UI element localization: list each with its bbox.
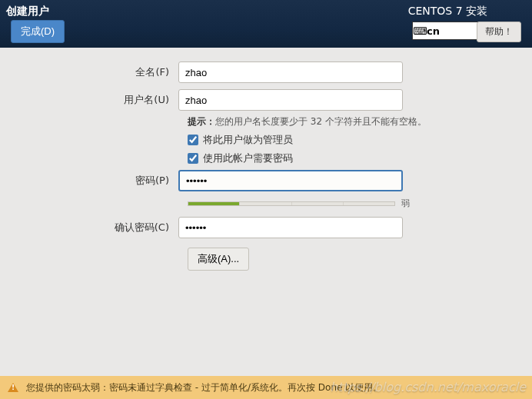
- require-password-checkbox-label: 使用此帐户需要密码: [203, 151, 293, 165]
- username-label: 用户名(U): [0, 93, 178, 107]
- admin-checkbox-label: 将此用户做为管理员: [203, 133, 293, 147]
- header-bar: 创建用户 CENTOS 7 安装 完成(D) ⌨ cn 帮助！: [0, 0, 532, 48]
- confirm-password-label: 确认密码(C): [0, 221, 178, 234]
- keyboard-layout-indicator[interactable]: ⌨ cn: [412, 22, 478, 40]
- warning-bar: 您提供的密码太弱：密码未通过字典检查 - 过于简单化/系统化。再次按 Done …: [0, 376, 532, 399]
- hint-text: 您的用户名长度要少于 32 个字符并且不能有空格。: [215, 116, 427, 127]
- advanced-button[interactable]: 高级(A)...: [188, 248, 249, 271]
- admin-checkbox-row[interactable]: 将此用户做为管理员: [188, 133, 532, 147]
- installer-title: CENTOS 7 安装: [408, 5, 487, 18]
- help-button[interactable]: 帮助！: [477, 22, 521, 42]
- keyboard-icon: ⌨: [413, 25, 427, 37]
- require-password-checkbox[interactable]: [188, 153, 198, 164]
- strength-text: 弱: [401, 198, 410, 209]
- form-area: 全名(F) 用户名(U) 提示：您的用户名长度要少于 32 个字符并且不能有空格…: [0, 48, 532, 271]
- hint-prefix: 提示：: [188, 116, 215, 127]
- confirm-password-input[interactable]: [178, 217, 403, 238]
- warning-icon: [8, 383, 18, 392]
- strength-bar: [188, 201, 395, 206]
- keyboard-layout-code: cn: [427, 25, 440, 37]
- fullname-label: 全名(F): [0, 65, 178, 79]
- require-password-checkbox-row[interactable]: 使用此帐户需要密码: [188, 151, 532, 165]
- warning-text: 您提供的密码太弱：密码未通过字典检查 - 过于简单化/系统化。再次按 Done …: [26, 381, 382, 394]
- admin-checkbox[interactable]: [188, 135, 198, 145]
- password-input[interactable]: [178, 170, 403, 191]
- password-strength-meter: 弱: [188, 198, 532, 209]
- page-title: 创建用户: [6, 5, 49, 18]
- password-label: 密码(P): [0, 174, 178, 188]
- username-input[interactable]: [178, 89, 403, 111]
- fullname-input[interactable]: [178, 62, 403, 83]
- username-hint: 提示：您的用户名长度要少于 32 个字符并且不能有空格。: [188, 115, 532, 128]
- done-button[interactable]: 完成(D): [11, 20, 65, 43]
